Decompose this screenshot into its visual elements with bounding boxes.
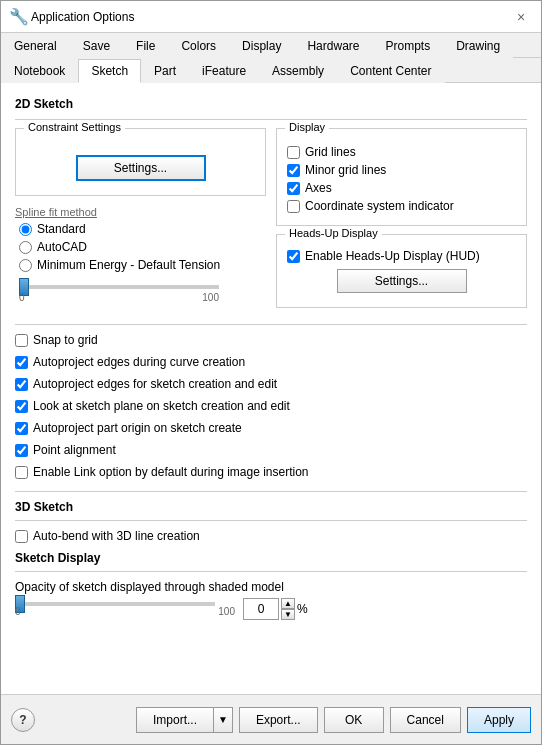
bottom-checkboxes: Snap to grid Autoproject edges during cu… xyxy=(15,333,527,483)
spline-fit-section: Spline fit method Standard AutoCAD Mi xyxy=(15,206,266,303)
ok-button[interactable]: OK xyxy=(324,707,384,733)
tab-ifeature[interactable]: iFeature xyxy=(189,59,259,83)
spline-slider-container: 0 100 xyxy=(15,278,266,303)
section-3d-sketch: 3D Sketch xyxy=(15,500,527,514)
two-col-layout: Constraint Settings Settings... Spline f… xyxy=(15,128,527,316)
tab-display[interactable]: Display xyxy=(229,34,294,58)
tabs-row1: General Save File Colors Display Hardwar… xyxy=(1,33,541,58)
cb-enable-hud[interactable]: Enable Heads-Up Display (HUD) xyxy=(287,249,516,263)
spinbox-down[interactable]: ▼ xyxy=(281,609,295,620)
tab-colors[interactable]: Colors xyxy=(168,34,229,58)
main-content: 2D Sketch Constraint Settings Settings..… xyxy=(1,83,541,694)
cb-axes[interactable]: Axes xyxy=(287,181,516,195)
cb-grid-lines[interactable]: Grid lines xyxy=(287,145,516,159)
spinbox-up[interactable]: ▲ xyxy=(281,598,295,609)
application-window: 🔧 Application Options × General Save Fil… xyxy=(0,0,542,745)
import-button[interactable]: Import... xyxy=(136,707,214,733)
footer: ? Import... ▼ Export... OK Cancel Apply xyxy=(1,694,541,744)
tab-hardware[interactable]: Hardware xyxy=(294,34,372,58)
tab-general[interactable]: General xyxy=(1,34,70,58)
import-dropdown-button[interactable]: ▼ xyxy=(214,707,233,733)
right-column: Display Grid lines Minor grid lines A xyxy=(276,128,527,316)
opacity-slider-col: 0 100 xyxy=(15,602,235,617)
radio-standard[interactable]: Standard xyxy=(19,222,266,236)
radio-min-energy[interactable]: Minimum Energy - Default Tension xyxy=(19,258,266,272)
tab-content-center[interactable]: Content Center xyxy=(337,59,444,83)
section-sketch-display: Sketch Display xyxy=(15,551,527,565)
spinbox-arrows: ▲ ▼ xyxy=(281,598,295,620)
display-group: Display Grid lines Minor grid lines A xyxy=(276,128,527,226)
window-title: Application Options xyxy=(31,10,509,24)
cb-snap-to-grid[interactable]: Snap to grid xyxy=(15,333,527,347)
tab-sketch[interactable]: Sketch xyxy=(78,59,141,83)
spline-fit-title: Spline fit method xyxy=(15,206,266,218)
cb-auto-bend[interactable]: Auto-bend with 3D line creation xyxy=(15,529,527,543)
hud-group-title: Heads-Up Display xyxy=(285,227,382,239)
tabs-row2: Notebook Sketch Part iFeature Assembly C… xyxy=(1,58,541,83)
app-icon: 🔧 xyxy=(9,9,25,25)
spline-radio-group: Standard AutoCAD Minimum Energy - Defaul… xyxy=(19,222,266,272)
import-group: Import... ▼ xyxy=(136,707,233,733)
tab-save[interactable]: Save xyxy=(70,34,123,58)
constraint-settings-button[interactable]: Settings... xyxy=(76,155,206,181)
hud-group: Heads-Up Display Enable Heads-Up Display… xyxy=(276,234,527,308)
opacity-row: 0 100 0 ▲ ▼ % xyxy=(15,598,527,620)
opacity-slider-labels: 0 100 xyxy=(15,606,235,617)
constraint-settings-group: Constraint Settings Settings... xyxy=(15,128,266,196)
tab-notebook[interactable]: Notebook xyxy=(1,59,78,83)
tab-file[interactable]: File xyxy=(123,34,168,58)
cb-autoproject-curve[interactable]: Autoproject edges during curve creation xyxy=(15,355,527,369)
apply-button[interactable]: Apply xyxy=(467,707,531,733)
opacity-value-input[interactable]: 0 xyxy=(243,598,279,620)
spline-slider[interactable] xyxy=(19,285,219,289)
sketch-3d-section: 3D Sketch Auto-bend with 3D line creatio… xyxy=(15,500,527,543)
cancel-button[interactable]: Cancel xyxy=(390,707,461,733)
tab-drawing[interactable]: Drawing xyxy=(443,34,513,58)
opacity-spinbox: 0 ▲ ▼ % xyxy=(243,598,308,620)
tab-part[interactable]: Part xyxy=(141,59,189,83)
cb-autoproject-sketch[interactable]: Autoproject edges for sketch creation an… xyxy=(15,377,527,391)
cb-minor-grid-lines[interactable]: Minor grid lines xyxy=(287,163,516,177)
radio-autocad[interactable]: AutoCAD xyxy=(19,240,266,254)
display-group-title: Display xyxy=(285,121,329,133)
tab-assembly[interactable]: Assembly xyxy=(259,59,337,83)
title-bar: 🔧 Application Options × xyxy=(1,1,541,33)
constraint-settings-title: Constraint Settings xyxy=(24,121,125,133)
cb-enable-link[interactable]: Enable Link option by default during ima… xyxy=(15,465,527,479)
opacity-label: Opacity of sketch displayed through shad… xyxy=(15,580,527,594)
section-2d-sketch: 2D Sketch xyxy=(15,97,527,111)
close-button[interactable]: × xyxy=(509,5,533,29)
sketch-display-section: Sketch Display Opacity of sketch display… xyxy=(15,551,527,620)
hud-settings-button[interactable]: Settings... xyxy=(337,269,467,293)
cb-look-at-sketch[interactable]: Look at sketch plane on sketch creation … xyxy=(15,399,527,413)
help-button[interactable]: ? xyxy=(11,708,35,732)
cb-point-alignment[interactable]: Point alignment xyxy=(15,443,527,457)
percent-label: % xyxy=(297,602,308,616)
footer-left: ? xyxy=(11,708,35,732)
left-column: Constraint Settings Settings... Spline f… xyxy=(15,128,266,316)
cb-autoproject-origin[interactable]: Autoproject part origin on sketch create xyxy=(15,421,527,435)
tab-prompts[interactable]: Prompts xyxy=(372,34,443,58)
export-button[interactable]: Export... xyxy=(239,707,318,733)
cb-coord-indicator[interactable]: Coordinate system indicator xyxy=(287,199,516,213)
